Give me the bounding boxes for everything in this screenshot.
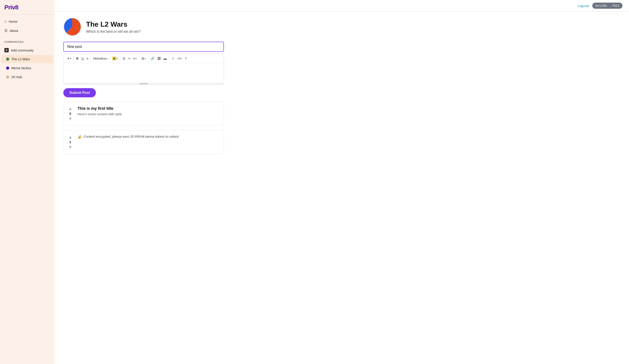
editor-toolbar: ✦ ▾ B U a Helvetica ▾ A ▾ ☰ ≡ [64, 54, 224, 63]
sidebar-item-zk-hub[interactable]: ZK hub [2, 73, 53, 81]
strikethrough-btn[interactable]: a [85, 56, 90, 61]
downvote-btn-1[interactable]: ▼ [67, 116, 73, 121]
sep2 [91, 57, 91, 60]
community-dot-l2wars [6, 58, 9, 61]
align-chevron: ▾ [135, 57, 137, 60]
sep3 [110, 57, 110, 60]
add-community-label: Add community [11, 48, 33, 52]
post-card-2: ▲ 1 ▼ 🔒 Content encrypted, please earn 2… [63, 130, 224, 154]
community-logo [63, 18, 81, 36]
community-name-zk: ZK hub [11, 75, 22, 79]
about-label: About [9, 29, 18, 32]
scrollbar-thumb [139, 83, 148, 84]
community-header: The L2 Wars Which is the best or will we… [63, 18, 242, 36]
hamburger-icon: ☰ [4, 29, 7, 33]
link-btn[interactable]: 🔗 [149, 56, 156, 61]
wallet-badge[interactable]: 0x1250...fD21 [592, 3, 623, 9]
video-btn[interactable]: ▬ [162, 56, 168, 61]
magic-btn[interactable]: ✦ ▾ [66, 56, 72, 61]
sidebar-item-meme-factory[interactable]: Meme factory [2, 64, 53, 72]
community-dot-zk [6, 76, 9, 79]
community-name-meme: Meme factory [11, 66, 31, 70]
communities-section: COMMUNITIES [0, 38, 55, 46]
app-logo[interactable]: Priv8 [4, 4, 18, 11]
ordered-list-btn[interactable]: ≡ [127, 56, 132, 61]
sep4 [120, 57, 120, 60]
add-community-item[interactable]: + Add community [0, 46, 55, 55]
communities-heading: COMMUNITIES [4, 41, 50, 43]
editor-scrollbar [64, 83, 224, 85]
help-btn[interactable]: ? [183, 56, 188, 61]
logo-area: Priv8 [0, 0, 55, 15]
add-icon: + [4, 48, 9, 52]
submit-post-button[interactable]: Submit Post [63, 88, 96, 97]
bold-btn[interactable]: B [75, 56, 80, 61]
table-dropdown[interactable]: ⊞ ▾ [140, 56, 147, 61]
highlight-a-icon: A [113, 57, 116, 60]
align-dropdown[interactable]: ≡ ▾ [132, 56, 138, 61]
sep1 [74, 57, 74, 60]
sidebar-item-about[interactable]: ☰ About [0, 26, 55, 35]
home-icon: ⌂ [4, 19, 6, 23]
bullet-list-btn[interactable]: ☰ [121, 56, 127, 61]
content-area: The L2 Wars Which is the best or will we… [55, 11, 251, 161]
post-content-2: 🔒 Content encrypted, please earn 20 PRIV… [78, 135, 219, 139]
image-btn[interactable]: 🖼 [156, 56, 162, 61]
nav-section: ⌂ Home ☰ About [0, 15, 55, 38]
post-content-1: This is my first title Here's some conte… [78, 106, 219, 116]
editor-body[interactable] [64, 63, 224, 83]
new-post-input[interactable] [63, 42, 224, 52]
community-name-l2wars: The L2 Wars [11, 57, 30, 61]
sep7 [169, 57, 169, 60]
vote-column-2: ▲ 1 ▼ [67, 135, 74, 150]
font-label: Helvetica [93, 57, 106, 60]
vote-count-2: 1 [69, 140, 71, 144]
post-card-1: ▲ 0 ▼ This is my first title Here's some… [63, 102, 224, 126]
upvote-btn-2[interactable]: ▲ [67, 135, 73, 139]
font-chevron: ▾ [106, 57, 107, 60]
post-title-1: This is my first title [78, 106, 219, 111]
highlight-btn[interactable]: A ▾ [111, 56, 119, 61]
post-body-1: Here's some content with style [78, 112, 219, 116]
vote-column-1: ▲ 0 ▼ [67, 106, 74, 121]
editor-container: ✦ ▾ B U a Helvetica ▾ A ▾ ☰ ≡ [63, 54, 224, 85]
font-dropdown[interactable]: Helvetica ▾ [92, 56, 109, 61]
sidebar-item-home[interactable]: ⌂ Home [0, 17, 55, 26]
sep5 [139, 57, 139, 60]
community-tagline: Which is the best or will we all win? [86, 30, 141, 34]
table-chevron: ▾ [145, 57, 146, 60]
sidebar: Priv8 ⌂ Home ☰ About COMMUNITIES + Add c… [0, 0, 55, 364]
community-dot-meme [6, 67, 9, 70]
downvote-btn-2[interactable]: ▼ [67, 145, 73, 150]
highlight-chevron: ▾ [116, 57, 118, 60]
community-name: The L2 Wars [86, 20, 141, 28]
fullscreen-btn[interactable]: ⤢ [170, 56, 176, 61]
upvote-btn-1[interactable]: ▲ [67, 106, 73, 111]
sidebar-item-l2wars[interactable]: The L2 Wars [2, 55, 53, 63]
post-encrypted-label: 🔒 Content encrypted, please earn 20 PRIV… [78, 135, 219, 139]
lock-icon: 🔒 [78, 135, 82, 138]
code-btn[interactable]: </> [176, 56, 183, 61]
topbar: Log-out 0x1250...fD21 [55, 0, 629, 11]
underline-btn[interactable]: U [80, 56, 85, 61]
home-label: Home [9, 20, 17, 23]
sep6 [148, 57, 148, 60]
vote-count-1: 0 [69, 112, 71, 115]
community-info: The L2 Wars Which is the best or will we… [86, 20, 141, 34]
logout-link[interactable]: Log-out [578, 4, 589, 8]
main-content: Log-out 0x1250...fD21 The L2 Wars Which … [55, 0, 629, 364]
